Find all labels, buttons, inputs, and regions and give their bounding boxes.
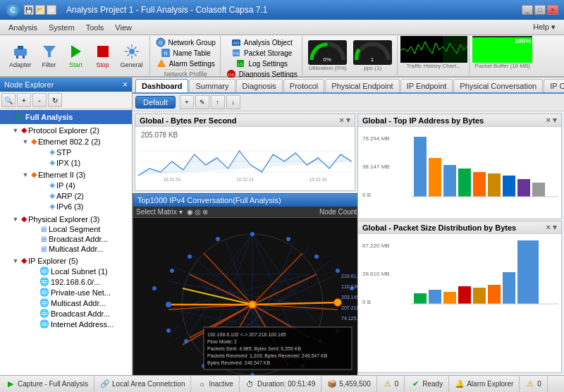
- status-alarms: ⚠ 0: [377, 376, 405, 392]
- internet-addr-item[interactable]: 🌐 Internet Address...: [20, 319, 132, 329]
- right-panels: Global - Top IP Address by Bytes × ▾ 76.…: [357, 111, 564, 375]
- traffic-label[interactable]: Traffic History Chart...: [406, 63, 460, 69]
- analysis-object-btn[interactable]: AO Analysis Object: [231, 37, 293, 47]
- dialog-btn1[interactable]: ◉: [187, 208, 193, 216]
- stp-item[interactable]: ◈ STP: [30, 147, 132, 157]
- svg-text:28.610 MB: 28.610 MB: [362, 271, 390, 277]
- arp-item[interactable]: ◈ ARP (2): [30, 190, 132, 201]
- multicast-icon: 🖥: [39, 245, 47, 253]
- physical-explorer-item[interactable]: ▼ ◆ Physical Explorer (3): [10, 214, 132, 224]
- app-logo: C: [6, 3, 20, 17]
- select-matrix-btn[interactable]: Select Matrix ▾: [136, 208, 183, 216]
- ip-item[interactable]: ◈ IP (4): [30, 180, 132, 190]
- private-net-item[interactable]: 🌐 Private-use Net...: [20, 287, 132, 298]
- expand-icon: ▼: [4, 113, 13, 121]
- tab-physical-endpoint[interactable]: Physical Endpoint: [325, 79, 399, 92]
- pps-label: pps (1): [364, 65, 381, 71]
- exp-collapse-btn[interactable]: -: [32, 93, 47, 107]
- menu-analysis[interactable]: Analysis: [3, 22, 43, 33]
- title-text: Analysis Project 1 - Full Analysis - Col…: [66, 5, 267, 15]
- tab-ip-conversation[interactable]: IP Conversation: [544, 79, 564, 92]
- svg-rect-120: [429, 290, 441, 304]
- dialog-btn2[interactable]: ◎: [195, 208, 201, 216]
- toolbar-quickbtns[interactable]: 💾 📂 ↩: [24, 5, 56, 15]
- multicast-addr-item[interactable]: 🖥 Multicast Addr...: [20, 244, 132, 254]
- traffic-chart: [400, 36, 467, 63]
- network-group-btn[interactable]: G Network Group: [156, 37, 216, 47]
- eth2-item[interactable]: ▼ ◆ Ethernet II (3): [20, 169, 132, 180]
- subtab-btn-3[interactable]: ↑: [211, 95, 225, 109]
- connection-label: Local Area Connetction: [112, 380, 185, 388]
- alarm-settings-btn[interactable]: ! Alarm Settings: [157, 59, 215, 68]
- internet-addr-icon: 🌐: [39, 319, 49, 329]
- ip-explorer-item[interactable]: ▼ ◆ IP Explorer (5): [10, 255, 132, 266]
- ip-chart-close[interactable]: × ▾: [546, 116, 557, 125]
- svg-text:207.218.100.185: 207.218.100.185: [341, 305, 357, 310]
- tab-ip-endpoint[interactable]: IP Endpoint: [400, 79, 453, 92]
- start-button[interactable]: Start: [63, 39, 89, 73]
- log-settings-btn[interactable]: LS Log Settings: [235, 59, 288, 68]
- stp-icon: ◈: [49, 147, 55, 157]
- node-explorer-close[interactable]: ×: [123, 80, 128, 90]
- default-subtab[interactable]: Default: [135, 96, 176, 109]
- svg-text:AO: AO: [233, 41, 239, 45]
- subtab-btn-1[interactable]: +: [180, 95, 194, 109]
- eth8022-item[interactable]: ▼ ◆ Ethernet 802.2 (2): [20, 136, 132, 147]
- status-alarm-explorer[interactable]: 🔔 Alarm Explorer: [449, 376, 520, 392]
- ip-broadcast-item[interactable]: 🌐 Broadcast Addr...: [20, 308, 132, 319]
- exp-refresh-btn[interactable]: ↻: [48, 93, 62, 107]
- ipv6-item[interactable]: ◈ IPv6 (3): [30, 201, 132, 212]
- svg-rect-112: [517, 179, 530, 197]
- name-table-btn[interactable]: N Name Table: [161, 48, 211, 58]
- local-subnet-item[interactable]: 🌐 Local Subnet (1): [20, 266, 132, 276]
- packet-chart-body: 67.220 MB 28.610 MB 0 B: [358, 234, 561, 372]
- svg-rect-25: [443, 36, 467, 63]
- window-controls[interactable]: _ □ ×: [522, 5, 558, 15]
- tab-protocol[interactable]: Protocol: [283, 79, 324, 92]
- maximize-button[interactable]: □: [534, 5, 546, 15]
- menu-tools[interactable]: Tools: [80, 22, 110, 33]
- subtab-btn-2[interactable]: ✎: [195, 95, 209, 109]
- svg-point-80: [314, 255, 319, 259]
- tab-physical-conversation[interactable]: Physical Conversation: [453, 79, 543, 92]
- menu-view[interactable]: View: [109, 22, 137, 33]
- gauge-section: 0% Utilization (0%) 1 pps (1): [304, 36, 398, 75]
- svg-text:16:32:14: 16:32:14: [236, 176, 254, 183]
- ready-icon: ✔: [410, 379, 420, 389]
- bps-chart-close[interactable]: × ▾: [340, 116, 350, 125]
- local-segment-item[interactable]: 🖥 Local Segment: [20, 224, 132, 234]
- svg-rect-125: [503, 272, 515, 304]
- full-analysis-item[interactable]: ▼ ⊙ Full Analysis: [0, 110, 132, 124]
- tab-dashboard[interactable]: Dashboard: [135, 79, 188, 92]
- general-button[interactable]: General: [117, 39, 147, 73]
- adapter-button[interactable]: Adapter: [6, 39, 35, 73]
- svg-text:203.145.186.x: 203.145.186.x: [341, 295, 357, 300]
- close-button[interactable]: ×: [547, 5, 558, 15]
- ipx-item[interactable]: ◈ IPX (1): [30, 157, 132, 168]
- svg-text:16:32:34: 16:32:34: [309, 176, 327, 183]
- packet-chart-close[interactable]: × ▾: [546, 223, 557, 232]
- subtab-btn-4[interactable]: ↓: [226, 95, 240, 109]
- network-svg: 210.61.42.194 110.136.132.86 203.145.186…: [133, 218, 357, 375]
- packets-label: 5,459,500: [339, 380, 371, 388]
- protocol-explorer-item[interactable]: ▼ ◆ Protocol Explorer (2): [10, 125, 132, 135]
- stop-button[interactable]: Stop: [90, 39, 116, 73]
- packet-storage-btn[interactable]: PS Packet Storage: [231, 48, 292, 58]
- tab-diagnosis[interactable]: Diagnosis: [236, 79, 283, 92]
- conversation-dialog[interactable]: Top1000 IPv4 Conversation(Full Analysis)…: [133, 193, 357, 375]
- exp-expand-btn[interactable]: +: [17, 93, 31, 107]
- broadcast-addr-item[interactable]: 🖥 Broadcast Addr...: [20, 234, 132, 244]
- subnet-192-item[interactable]: 🌐 192.168.6.0/...: [20, 276, 132, 287]
- minimize-button[interactable]: _: [522, 5, 533, 15]
- filter-button[interactable]: Filter: [37, 39, 62, 73]
- svg-rect-110: [488, 173, 501, 197]
- svg-rect-106: [429, 158, 441, 197]
- dialog-btn3[interactable]: ⊕: [202, 208, 208, 216]
- menu-help[interactable]: Help ▾: [527, 21, 561, 33]
- ip-multicast-item[interactable]: 🌐 Multicast Addr...: [20, 298, 132, 308]
- menu-system[interactable]: System: [43, 22, 80, 33]
- exp-search-btn[interactable]: 🔍: [1, 93, 16, 107]
- status-duration: ⏱ Duration: 00:51:49: [240, 376, 321, 392]
- tab-summary[interactable]: Summary: [189, 79, 235, 92]
- status-alarm-count: ⚠ 0: [520, 376, 548, 392]
